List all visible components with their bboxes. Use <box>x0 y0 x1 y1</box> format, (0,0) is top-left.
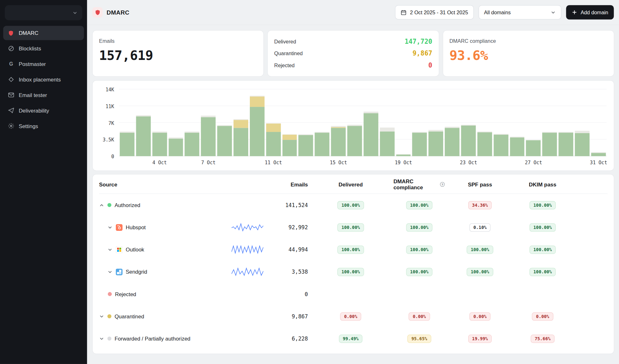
bar-30-oct[interactable] <box>575 89 589 156</box>
plus-icon <box>571 10 577 15</box>
sidebar: DMARCBlocklistsGPostmasterInbox placemen… <box>0 0 87 364</box>
table-row-sendgrid[interactable]: Sendgrid3,538100.00%100.00%100.00%100.00… <box>99 261 608 283</box>
bar-segment-delivered <box>169 139 183 156</box>
bar-20-oct[interactable] <box>412 89 427 156</box>
domain-filter-select[interactable]: All domains <box>478 5 561 19</box>
sidebar-item-email-tester[interactable]: Email tester <box>3 88 84 102</box>
sidebar-item-deliverability[interactable]: Deliverability <box>3 103 84 118</box>
add-domain-button[interactable]: Add domain <box>566 5 614 19</box>
volume-sparkline <box>231 222 263 233</box>
bar-28-oct[interactable] <box>542 89 557 156</box>
bar-3-oct[interactable] <box>136 89 150 156</box>
table-row-quarantined[interactable]: Quarantined9,8670.00%0.00%0.00%0.00% <box>99 305 608 327</box>
chevron-down-icon[interactable] <box>107 247 112 252</box>
bar-23-oct[interactable] <box>461 89 476 156</box>
table-row-hubspot[interactable]: Hubspot92,992100.00%100.00%0.10%100.00% <box>99 216 608 238</box>
add-domain-label: Add domain <box>581 9 608 15</box>
column-header-label: Delivered <box>339 181 363 187</box>
bar-segment-delivered <box>559 133 573 156</box>
bar-segment-delivered <box>282 140 297 156</box>
bar-6-oct[interactable] <box>185 89 199 156</box>
bar-29-oct[interactable] <box>559 89 573 156</box>
column-header-dmarc-compliance: DMARC compliance? <box>393 179 445 191</box>
bar-12-oct[interactable] <box>282 89 297 156</box>
metric-cell: 100.00% <box>515 223 570 231</box>
bar-14-oct[interactable] <box>315 89 329 156</box>
metric-badge: 100.00% <box>529 201 556 209</box>
chart-area: 03.5K7K11K14K <box>97 89 607 156</box>
column-header-label: DMARC compliance <box>393 179 437 191</box>
chevron-down-icon[interactable] <box>99 314 104 319</box>
blocklist-icon <box>8 45 14 52</box>
table-row-outlook[interactable]: Outlook44,994100.00%100.00%100.00%100.00… <box>99 238 608 261</box>
sidebar-item-blocklists[interactable]: Blocklists <box>3 41 84 55</box>
chevron-up-icon[interactable] <box>99 203 104 208</box>
bar-segment-delivered <box>542 133 557 156</box>
bar-10-oct[interactable] <box>250 89 264 156</box>
bar-25-oct[interactable] <box>494 89 508 156</box>
topbar-actions: 2 Oct 2025 - 31 Oct 2025 All domains Add… <box>395 5 614 19</box>
bar-16-oct[interactable] <box>347 89 362 156</box>
x-axis-tick-label: 15 Oct <box>330 160 347 166</box>
bar-7-oct[interactable] <box>201 89 216 156</box>
sidebar-item-settings[interactable]: Settings <box>3 119 84 133</box>
bar-9-oct[interactable] <box>234 89 248 156</box>
chevron-down-icon[interactable] <box>99 336 104 341</box>
metric-badge: 95.65% <box>407 335 431 343</box>
stat-rejected: Rejected0 <box>274 60 432 71</box>
workspace-switcher[interactable] <box>5 5 82 20</box>
bar-2-oct[interactable] <box>120 89 134 156</box>
table-row-authorized[interactable]: Authorized141,524100.00%100.00%34.36%100… <box>99 194 608 216</box>
table-row-rejected[interactable]: Rejected0 <box>99 283 608 305</box>
bar-26-oct[interactable] <box>510 89 524 156</box>
bar-4-oct[interactable] <box>152 89 167 156</box>
emails-count: 9,867 <box>276 313 308 320</box>
bar-11-oct[interactable] <box>266 89 281 156</box>
bar-15-oct[interactable] <box>331 89 346 156</box>
sidebar-item-postmaster[interactable]: GPostmaster <box>3 57 84 71</box>
stat-delivered: Delivered147,720 <box>274 36 432 47</box>
bar-31-oct[interactable] <box>591 89 606 156</box>
chevron-down-icon[interactable] <box>107 269 112 274</box>
bar-17-oct[interactable] <box>363 89 378 156</box>
date-range-picker[interactable]: 2 Oct 2025 - 31 Oct 2025 <box>395 5 474 19</box>
metric-cell: 100.00% <box>445 245 515 254</box>
stat-quarantined: Quarantined9,867 <box>274 48 432 59</box>
emails-total-label: Emails <box>99 38 257 44</box>
stat-cards: Emails 157,619 Delivered147,720Quarantin… <box>92 30 614 77</box>
sidebar-item-dmarc[interactable]: DMARC <box>3 26 84 40</box>
bar-segment-delivered <box>315 133 329 156</box>
bar-8-oct[interactable] <box>217 89 232 156</box>
metric-cell: 0.10% <box>445 223 515 231</box>
metric-badge: 0.10% <box>469 223 491 231</box>
metric-cell: 75.66% <box>515 335 570 343</box>
bar-18-oct[interactable] <box>380 89 395 156</box>
help-icon[interactable]: ? <box>440 182 445 187</box>
column-header-source: Source <box>99 181 218 187</box>
settings-icon <box>8 123 14 129</box>
metric-badge: 19.99% <box>468 335 492 343</box>
chevron-down-icon <box>550 10 556 15</box>
chevron-down-icon[interactable] <box>107 225 112 230</box>
bar-segment-delivered <box>347 126 362 156</box>
emails-total-card: Emails 157,619 <box>92 30 264 77</box>
x-axis-tick-label: 19 Oct <box>395 160 412 166</box>
page-title-group: DMARC <box>92 7 130 18</box>
metric-badge: 99.49% <box>339 335 363 343</box>
bar-19-oct[interactable] <box>396 89 411 156</box>
status-dot <box>108 292 112 296</box>
bar-21-oct[interactable] <box>429 89 443 156</box>
sidebar-item-inbox-placements[interactable]: Inbox placements <box>3 72 84 87</box>
emails-count: 141,524 <box>276 202 308 208</box>
bar-5-oct[interactable] <box>169 89 183 156</box>
table-row-forwarded-partially-authorized[interactable]: Forwarded / Partially authorized6,22899.… <box>99 328 608 350</box>
bar-segment-delivered <box>120 133 134 156</box>
metric-badge: 0.00% <box>469 312 491 320</box>
bar-22-oct[interactable] <box>445 89 459 156</box>
bar-27-oct[interactable] <box>526 89 541 156</box>
bar-13-oct[interactable] <box>298 89 313 156</box>
source-name: Sendgrid <box>126 269 147 275</box>
bar-segment-other <box>575 131 589 133</box>
bar-24-oct[interactable] <box>477 89 492 156</box>
y-axis-tick-label: 11K <box>105 104 114 109</box>
